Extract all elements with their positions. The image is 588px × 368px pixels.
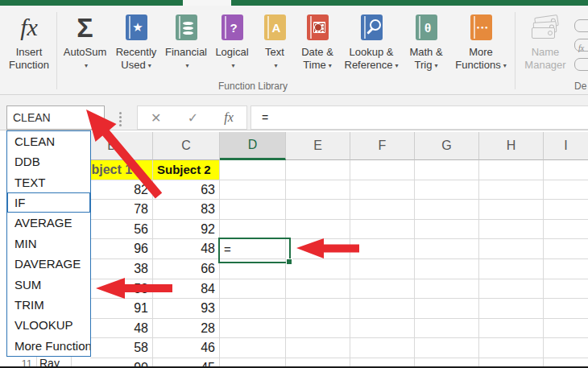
- name-box-function-dropdown: CLEANDDBTEXTIFAVERAGEMINDAVERAGESUMTRIMV…: [6, 130, 91, 357]
- cell[interactable]: [544, 259, 588, 279]
- cell[interactable]: [479, 259, 544, 279]
- cell[interactable]: [350, 338, 415, 358]
- cell[interactable]: [350, 279, 415, 300]
- cell[interactable]: [544, 299, 588, 319]
- column-header-C[interactable]: C: [153, 132, 220, 160]
- column-header-G[interactable]: G: [415, 132, 479, 160]
- cell[interactable]: [220, 299, 286, 319]
- cell[interactable]: [479, 160, 544, 180]
- cell[interactable]: 63: [153, 180, 220, 201]
- column-header-H[interactable]: H: [479, 132, 544, 160]
- cell[interactable]: [350, 220, 415, 240]
- cell[interactable]: [350, 319, 415, 339]
- cell[interactable]: [350, 180, 415, 201]
- function-item-average[interactable]: AVERAGE: [7, 213, 90, 233]
- cell[interactable]: [479, 299, 544, 319]
- header-cell-subject2[interactable]: Subject 2: [153, 160, 220, 180]
- cell[interactable]: [544, 338, 588, 358]
- function-item-trim[interactable]: TRIM: [7, 295, 90, 315]
- function-item-sum[interactable]: SUM: [7, 275, 90, 295]
- active-cell-value: =: [224, 242, 231, 256]
- column-header-F[interactable]: F: [350, 132, 415, 160]
- cell[interactable]: [544, 160, 588, 180]
- cell[interactable]: [286, 180, 350, 201]
- cell[interactable]: [220, 220, 286, 240]
- cell[interactable]: [220, 160, 286, 180]
- function-item-text[interactable]: TEXT: [7, 172, 90, 192]
- function-item-more-function-[interactable]: More Function.: [7, 336, 90, 356]
- function-item-clean[interactable]: CLEAN: [7, 131, 90, 151]
- cell[interactable]: [479, 338, 544, 358]
- cell[interactable]: [350, 200, 415, 220]
- cell[interactable]: [286, 279, 350, 300]
- cell[interactable]: [350, 239, 415, 259]
- cell[interactable]: [350, 160, 415, 180]
- cell[interactable]: [415, 319, 479, 339]
- cell[interactable]: [220, 279, 286, 300]
- cell[interactable]: [544, 279, 588, 300]
- cell[interactable]: [544, 220, 588, 240]
- cell[interactable]: [544, 180, 588, 201]
- cell[interactable]: [286, 200, 350, 220]
- cell[interactable]: [286, 220, 350, 240]
- function-item-if[interactable]: IF: [7, 192, 90, 213]
- cell[interactable]: [220, 338, 286, 358]
- cell[interactable]: [415, 220, 479, 240]
- cell[interactable]: 84: [153, 279, 220, 300]
- cell[interactable]: [479, 239, 544, 259]
- cell[interactable]: [286, 299, 350, 319]
- cell[interactable]: 28: [153, 319, 220, 339]
- cell[interactable]: [415, 338, 479, 358]
- cell[interactable]: [220, 200, 286, 220]
- column-header-I[interactable]: I: [544, 132, 588, 160]
- cell[interactable]: [415, 200, 479, 220]
- cell[interactable]: [415, 180, 479, 201]
- function-item-daverage[interactable]: DAVERAGE: [7, 254, 90, 274]
- cell[interactable]: [220, 180, 286, 201]
- cell[interactable]: [415, 259, 479, 279]
- function-item-min[interactable]: MIN: [7, 234, 90, 254]
- cell[interactable]: [350, 299, 415, 319]
- cell[interactable]: 46: [153, 338, 220, 358]
- cell[interactable]: [544, 200, 588, 220]
- cell[interactable]: 92: [153, 220, 220, 240]
- cell[interactable]: [479, 180, 544, 201]
- cell[interactable]: [479, 319, 544, 339]
- cell[interactable]: [544, 239, 588, 259]
- cell[interactable]: [286, 239, 350, 259]
- column-header-D[interactable]: D: [220, 132, 286, 160]
- cell[interactable]: [286, 259, 350, 279]
- function-item-vlookup[interactable]: VLOOKUP: [7, 315, 90, 335]
- cell[interactable]: 48: [153, 239, 220, 259]
- cell[interactable]: [479, 220, 544, 240]
- active-cell-D5[interactable]: =: [218, 238, 291, 263]
- cell[interactable]: [286, 319, 350, 339]
- cell[interactable]: [544, 319, 588, 339]
- cell[interactable]: 93: [153, 299, 220, 319]
- cell[interactable]: [286, 160, 350, 180]
- cell[interactable]: [479, 279, 544, 300]
- cell[interactable]: [220, 319, 286, 339]
- cell[interactable]: [415, 279, 479, 300]
- fill-handle[interactable]: [286, 258, 292, 265]
- cell[interactable]: 66: [153, 259, 220, 279]
- function-item-ddb[interactable]: DDB: [7, 151, 90, 172]
- cell[interactable]: [350, 259, 415, 279]
- column-header-E[interactable]: E: [286, 132, 350, 160]
- cell[interactable]: [286, 338, 350, 358]
- cell[interactable]: [479, 200, 544, 220]
- cell[interactable]: [415, 239, 479, 259]
- cell[interactable]: 83: [153, 200, 220, 220]
- cell[interactable]: [415, 299, 479, 319]
- cell[interactable]: [415, 160, 479, 180]
